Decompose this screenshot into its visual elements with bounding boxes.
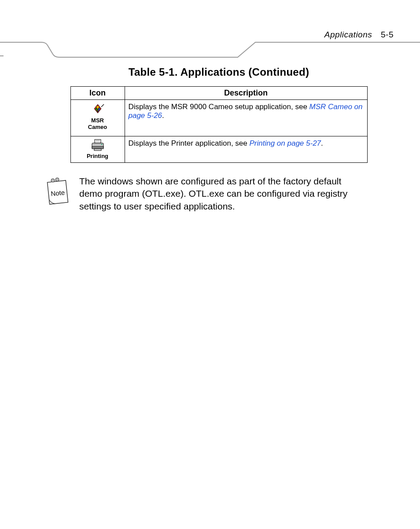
col-header-description: Description (125, 87, 367, 100)
running-page-number: 5-5 (381, 30, 394, 39)
icon-cell-msr-cameo: MSR Cameo (70, 100, 125, 136)
col-header-icon: Icon (70, 87, 125, 100)
svg-point-14 (55, 178, 59, 181)
table-caption: Table 5-1. Applications (Continued) (44, 66, 394, 78)
svg-point-13 (51, 179, 55, 182)
table-row: MSR Cameo Displays the MSR 9000 Cameo se… (70, 100, 367, 136)
xref-link-printing[interactable]: Printing on page 5-27 (249, 139, 321, 147)
description-text: Displays the Printer application, see (129, 139, 250, 147)
svg-point-11 (101, 144, 102, 145)
icon-label: Printing (73, 153, 123, 160)
note-icon: Note (44, 175, 71, 211)
applications-table: Icon Description (70, 86, 368, 163)
msr-cameo-icon (73, 103, 123, 117)
note-block: Note The windows shown are configured as… (44, 175, 394, 213)
svg-line-4 (101, 104, 104, 107)
table-row: Printing Displays the Printer applicatio… (70, 136, 367, 163)
note-label-text: Note (51, 188, 65, 197)
running-header: Applications 5-5 (324, 30, 394, 40)
svg-rect-9 (92, 147, 103, 149)
description-cell: Displays the MSR 9000 Cameo setup applic… (125, 100, 367, 136)
note-text: The windows shown are configured as part… (79, 175, 357, 213)
description-cell: Displays the Printer application, see Pr… (125, 136, 367, 163)
running-section: Applications (324, 30, 372, 39)
page-content: Table 5-1. Applications (Continued) Icon… (0, 62, 420, 213)
description-text: Displays the MSR 9000 Cameo setup applic… (129, 103, 309, 111)
svg-rect-10 (94, 149, 101, 151)
icon-label: MSR Cameo (73, 118, 123, 131)
printer-icon (73, 139, 123, 152)
icon-cell-printing: Printing (70, 136, 125, 163)
